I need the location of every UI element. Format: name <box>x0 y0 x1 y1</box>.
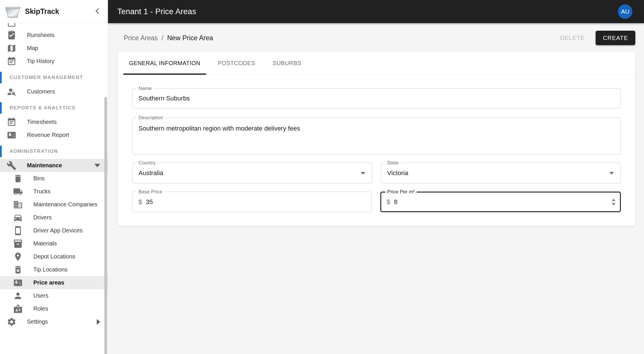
sidebar-item-maintenance[interactable]: Maintenance <box>0 159 108 172</box>
base-price-field-label: Base Price <box>136 189 164 195</box>
price-per-m3-field[interactable]: Price Per m³ $ 8 <box>380 192 621 212</box>
badge-icon <box>13 304 23 314</box>
sidebar: SkipTrack Runsheets Map <box>0 0 108 354</box>
sidebar-item-tip-locations[interactable]: Tip Locations <box>0 263 108 276</box>
sidebar-header: SkipTrack <box>0 0 108 23</box>
sidebar-nav: Runsheets Map Tip History CUSTOMER MANAG… <box>0 23 108 354</box>
state-select[interactable]: State Victoria <box>381 163 621 184</box>
gear-icon <box>7 317 17 327</box>
sidebar-item-label: Users <box>33 292 48 299</box>
sidebar-item-drivers[interactable]: Drivers <box>0 211 108 224</box>
sidebar-item-trucks[interactable]: Trucks <box>0 185 108 198</box>
breadcrumb-separator: / <box>162 34 163 42</box>
section-label: CUSTOMER MANAGEMENT <box>10 75 83 80</box>
section-label: REPORTS & ANALYTICS <box>10 105 76 111</box>
country-select[interactable]: Country Australia <box>132 163 372 184</box>
stepper-down-icon[interactable] <box>612 203 616 206</box>
sidebar-item-price-areas[interactable]: Price areas <box>0 276 108 289</box>
tab-postcodes[interactable]: POSTCODES <box>212 52 261 75</box>
country-select-label: Country <box>136 160 158 166</box>
sidebar-item-depot-locations[interactable]: Depot Locations <box>0 250 108 263</box>
calendar-icon <box>7 117 17 127</box>
sidebar-item-customers[interactable]: Customers <box>0 85 108 98</box>
map-icon <box>7 43 17 53</box>
car-icon <box>13 213 23 223</box>
chevron-left-icon <box>92 5 103 18</box>
country-select-value: Australia <box>132 163 372 183</box>
description-field-value: Southern metropolitan region with modera… <box>132 118 621 154</box>
price-per-m3-field-label: Price Per m³ <box>385 189 417 195</box>
sidebar-item-label: Depot Locations <box>33 253 75 260</box>
description-field[interactable]: Description Southern metropolitan region… <box>132 118 621 155</box>
expand-arrow-icon <box>94 164 100 167</box>
clipboard-check-icon <box>7 30 17 40</box>
breadcrumb-current: New Price Area <box>167 34 213 42</box>
state-select-label: State <box>385 160 401 166</box>
calendar-icon <box>7 56 17 66</box>
sidebar-scrollbar[interactable] <box>104 97 107 354</box>
sidebar-item-label: Driver App Devices <box>33 227 83 234</box>
sidebar-item-bins[interactable]: Bins <box>0 172 108 185</box>
location-pin-icon <box>13 252 23 262</box>
dropdown-arrow-icon <box>361 172 365 175</box>
sidebar-item-revenue-report[interactable]: Revenue Report <box>0 129 108 142</box>
general-information-form: Name Southern Suburbs Description Southe… <box>118 75 635 225</box>
name-field[interactable]: Name Southern Suburbs <box>132 88 621 109</box>
sidebar-item-materials[interactable]: Materials <box>0 237 108 250</box>
clipboard-icon <box>7 23 17 27</box>
trash-x-icon <box>13 265 23 275</box>
section-label: ADMINISTRATION <box>10 148 58 154</box>
number-stepper[interactable] <box>612 199 616 206</box>
price-change-icon <box>13 278 23 288</box>
stepper-up-icon[interactable] <box>612 199 616 201</box>
box-icon <box>13 239 23 249</box>
sidebar-item-map[interactable]: Map <box>0 42 108 55</box>
smartphone-icon <box>13 226 23 236</box>
price-per-m3-field-value: $ 8 <box>381 192 620 211</box>
state-select-value: Victoria <box>381 163 621 183</box>
skip-bin-logo-icon <box>5 5 21 19</box>
collapsed-arrow-icon <box>97 319 100 325</box>
building-icon <box>13 200 23 210</box>
sidebar-item-label: Maintenance Companies <box>33 201 97 208</box>
tab-suburbs[interactable]: SUBURBS <box>267 52 307 75</box>
sidebar-item-users[interactable]: Users <box>0 289 108 302</box>
sidebar-item-label: Price areas <box>33 279 64 286</box>
sidebar-item-tip-history[interactable]: Tip History <box>0 55 108 68</box>
user-avatar[interactable]: AU <box>618 4 632 19</box>
section-reports-analytics: REPORTS & ANALYTICS <box>0 103 108 113</box>
sidebar-collapse-button[interactable] <box>92 6 103 17</box>
section-administration: ADMINISTRATION <box>0 146 108 157</box>
sidebar-item-driver-app-devices[interactable]: Driver App Devices <box>0 224 108 237</box>
sidebar-item-label: Bins <box>33 175 45 182</box>
wrench-icon <box>7 161 17 170</box>
sidebar-item-label: Materials <box>33 240 57 247</box>
sidebar-item-label: Runsheets <box>27 32 55 38</box>
price-row: Base Price $ 35 Price Per m³ $ 8 <box>132 192 621 212</box>
sidebar-item-label: Roles <box>33 305 48 312</box>
sidebar-item-label: Timesheets <box>27 119 57 125</box>
sidebar-item-roles[interactable]: Roles <box>0 302 108 315</box>
tab-general-information[interactable]: GENERAL INFORMATION <box>123 52 206 75</box>
price-change-icon <box>7 130 17 140</box>
breadcrumb-price-areas[interactable]: Price Areas <box>124 34 158 42</box>
app-root: SkipTrack Runsheets Map <box>0 0 644 354</box>
base-price-field[interactable]: Base Price $ 35 <box>132 192 372 212</box>
country-state-row: Country Australia State Victoria <box>132 163 621 184</box>
section-customer-management: CUSTOMER MANAGEMENT <box>0 72 108 83</box>
sidebar-item-settings[interactable]: Settings <box>0 315 108 328</box>
breadcrumb: Price Areas / New Price Area <box>124 34 213 42</box>
trash-icon <box>13 174 23 184</box>
currency-prefix: $ <box>138 198 142 206</box>
description-field-label: Description <box>136 115 165 120</box>
sidebar-item-maintenance-companies[interactable]: Maintenance Companies <box>0 198 108 211</box>
sidebar-item-label: Maintenance <box>27 162 62 169</box>
name-field-label: Name <box>136 86 154 91</box>
create-button[interactable]: CREATE <box>596 31 635 45</box>
sidebar-item-label: Drivers <box>33 214 52 221</box>
app-title: SkipTrack <box>25 7 59 16</box>
sidebar-item-partial[interactable] <box>0 23 108 29</box>
delete-button[interactable]: DELETE <box>555 31 589 45</box>
sidebar-item-runsheets[interactable]: Runsheets <box>0 29 108 42</box>
sidebar-item-timesheets[interactable]: Timesheets <box>0 115 108 129</box>
